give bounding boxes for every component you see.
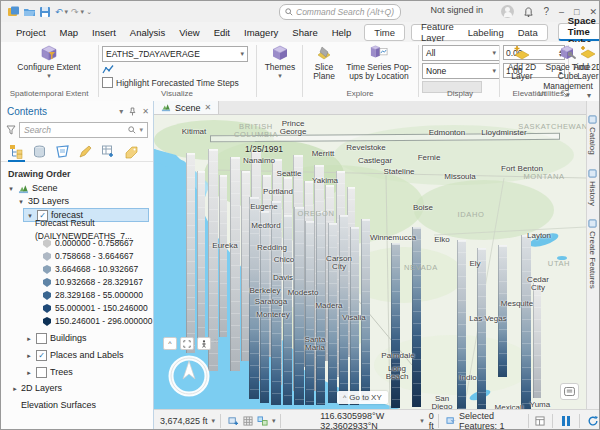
time-series-popups-button[interactable]: Time Series Pop-ups by Location [344, 42, 414, 88]
list-by-selection-icon[interactable] [55, 144, 70, 159]
tab-space-time-cube[interactable]: Space Time Cube [558, 23, 600, 41]
go-to-xy-button[interactable]: ^ Go to XY [337, 391, 388, 404]
help-icon[interactable]: ? [543, 6, 549, 17]
tab-analysis[interactable]: Analysis [123, 24, 172, 41]
coords-dropdown-icon[interactable]: ▾ [420, 417, 424, 425]
new-project-icon[interactable] [7, 6, 20, 18]
tree-item-buildings[interactable]: ▸Buildings [1, 332, 153, 345]
notifications-bell-icon[interactable] [524, 7, 533, 17]
grid-icon[interactable] [243, 416, 253, 426]
tree-item-scene[interactable]: ▾ Scene [1, 182, 153, 195]
drag-handle-icon[interactable]: ⁚⁚ [214, 337, 220, 350]
pin-icon[interactable] [129, 107, 136, 116]
configure-extent-button[interactable]: Configure Extent ▾ [9, 42, 89, 80]
snapping-dropdown-icon[interactable]: ▾ [272, 417, 276, 425]
selected-features-count[interactable]: Selected Features: 1 [459, 411, 523, 430]
list-by-labeling-icon[interactable] [124, 144, 139, 159]
snapping-icon[interactable] [257, 416, 269, 426]
time-series-chart-button[interactable] [102, 64, 252, 75]
save-icon[interactable] [39, 6, 52, 18]
themes-button[interactable]: Themes ▾ [259, 42, 301, 80]
layer-checkbox[interactable] [36, 333, 47, 344]
expander-icon[interactable]: ▸ [11, 382, 19, 395]
space-time-bar[interactable] [498, 245, 507, 377]
space-time-bar[interactable] [521, 235, 531, 409]
tab-scene[interactable]: Scene ✕ [154, 101, 219, 114]
command-search[interactable]: Command Search (Alt+Q) [279, 4, 401, 20]
pause-drawing-button[interactable] [562, 416, 570, 426]
list-by-data-source-icon[interactable] [32, 144, 47, 159]
dock-tab-history[interactable]: History [588, 163, 597, 212]
space-time-bar[interactable] [197, 171, 205, 339]
tab-time[interactable]: Time [367, 25, 402, 40]
tab-imagery[interactable]: Imagery [237, 24, 285, 41]
tab-project[interactable]: Project [9, 24, 53, 41]
sign-in-status[interactable]: Not signed in [430, 5, 483, 15]
scale-selector[interactable]: 3,674,825 ft ▾ [160, 416, 215, 426]
space-time-bar[interactable] [477, 248, 486, 409]
pane-menu-icon[interactable]: ▾ [119, 107, 123, 116]
contents-search-input[interactable]: Search ▾ [19, 122, 148, 138]
slice-plane-button[interactable]: Slice Plane [304, 42, 344, 88]
space-time-bar[interactable] [533, 283, 541, 398]
list-by-snapping-icon[interactable] [101, 144, 116, 159]
tree-item-places-and-labels[interactable]: ▸✓Places and Labels [1, 349, 153, 362]
tree-item-trees[interactable]: ▸Trees [1, 366, 153, 379]
overview-toggle-button[interactable] [560, 383, 579, 400]
space-time-bar[interactable] [260, 211, 269, 403]
dock-tab-create-features[interactable]: Create Features [588, 213, 597, 295]
display-all-dropdown[interactable]: All▾ [422, 45, 500, 61]
space-time-bar[interactable] [186, 153, 195, 353]
pointer-coordinates[interactable]: 116.6305998°W 32.3602933°N [320, 411, 415, 430]
space-time-bar[interactable] [457, 240, 466, 409]
customize-qat-icon[interactable]: ⌄ [86, 8, 92, 16]
space-time-bar[interactable] [294, 207, 304, 405]
expander-icon[interactable]: ▾ [7, 182, 15, 195]
variable-dropdown[interactable]: EATHS_7DAYAVERAGE▾ [102, 46, 248, 62]
list-by-drawing-order-icon[interactable] [9, 144, 24, 159]
space-time-bar[interactable] [328, 223, 337, 403]
redo-dropdown-icon[interactable]: ▾ [81, 8, 85, 16]
tab-labeling[interactable]: Labeling [461, 25, 511, 40]
nav-heading-icon[interactable]: ^ [163, 337, 177, 350]
ribbon-collapse-icon[interactable]: ▾ [587, 91, 591, 100]
expander-icon[interactable]: ▾ [26, 209, 34, 222]
pedestrian-view-icon[interactable] [197, 337, 211, 350]
search-options-icon[interactable]: ▾ [139, 126, 143, 134]
tab-help[interactable]: Help [325, 24, 359, 41]
tree-item-3d-layers[interactable]: ▾ 3D Layers [1, 195, 153, 208]
layer-checkbox[interactable]: ✓ [36, 350, 47, 361]
space-time-bar[interactable] [412, 227, 421, 407]
expander-icon[interactable]: ▾ [17, 195, 25, 208]
tab-view[interactable]: View [172, 24, 206, 41]
space-time-bar[interactable] [391, 243, 400, 408]
space-time-bar[interactable] [230, 157, 240, 371]
space-time-bar[interactable] [219, 175, 227, 337]
tab-data[interactable]: Data [511, 25, 545, 40]
compass-navigator[interactable] [166, 353, 212, 399]
scene-view[interactable]: KitimatPrince GeorgeBRITISH COLUMBIAMerr… [154, 115, 586, 409]
redo-icon[interactable]: ↷ [71, 7, 79, 17]
layer-checkbox[interactable] [36, 367, 47, 378]
tab-edit[interactable]: Edit [207, 24, 237, 41]
refresh-button[interactable] [587, 415, 599, 427]
space-time-bar[interactable] [361, 219, 370, 401]
close-pane-icon[interactable]: ✕ [142, 107, 149, 116]
undo-dropdown-icon[interactable]: ▾ [65, 8, 69, 16]
tab-map[interactable]: Map [53, 24, 85, 41]
add-feature-icon[interactable] [228, 416, 239, 426]
list-by-editing-icon[interactable] [78, 144, 93, 159]
dock-tab-catalog[interactable]: Catalog [588, 109, 597, 161]
close-tab-icon[interactable]: ✕ [205, 103, 212, 112]
open-project-icon[interactable] [23, 6, 36, 18]
highlight-forecast-checkbox[interactable]: Highlight Forecasted Time Steps [102, 77, 252, 88]
space-time-bar[interactable] [305, 221, 314, 405]
tree-item-2d-layers[interactable]: ▸ 2D Layers [1, 382, 153, 395]
display-none-dropdown[interactable]: None▾ [422, 63, 500, 79]
filter-icon[interactable] [6, 125, 16, 135]
attribute-table-icon[interactable] [535, 416, 545, 426]
tab-insert[interactable]: Insert [85, 24, 123, 41]
tab-share[interactable]: Share [285, 24, 324, 41]
full-extent-icon[interactable] [180, 337, 194, 350]
account-avatar[interactable] [501, 5, 514, 18]
